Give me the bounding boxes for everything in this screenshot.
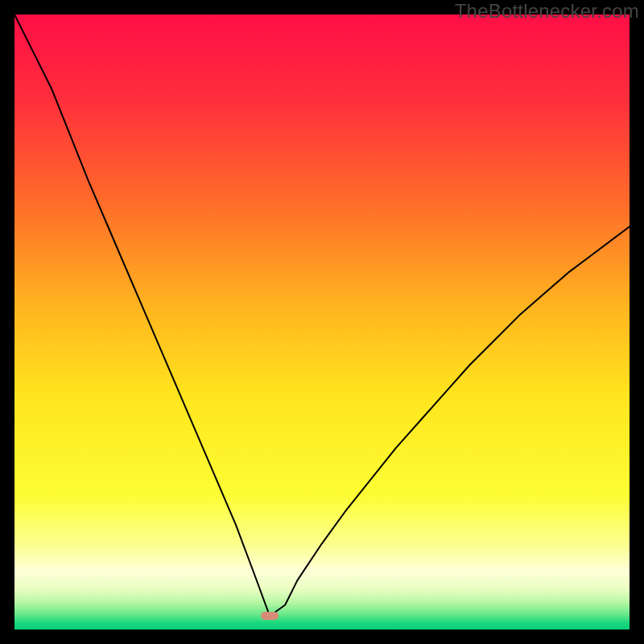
chart-frame: TheBottlenecker.com [0, 0, 644, 644]
bottleneck-curve [14, 14, 630, 630]
plot-area [14, 14, 630, 630]
optimal-marker [261, 612, 279, 620]
watermark-text: TheBottlenecker.com [455, 0, 639, 23]
